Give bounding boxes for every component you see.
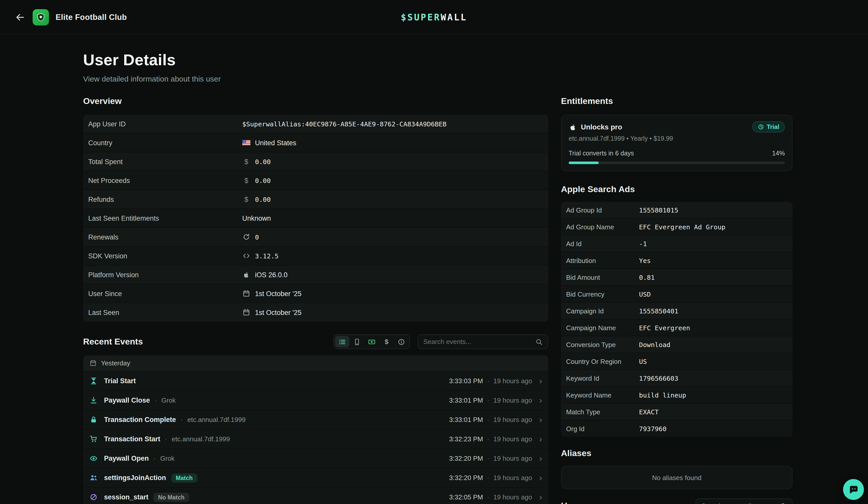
chevron-right-icon: ›	[539, 454, 542, 463]
event-row-transaction-complete[interactable]: Transaction Complete etc.annual.7df.1999…	[83, 410, 548, 429]
event-row-session-start-custom[interactable]: session_start No Match 3:32:05 PM 19 hou…	[83, 488, 548, 504]
overview-heading: Overview	[83, 96, 548, 106]
chevron-right-icon: ›	[539, 415, 542, 424]
support-chat-button[interactable]	[843, 479, 864, 500]
overview-row-sdk-version: SDK Version 3.12.5	[83, 246, 548, 265]
event-row-paywall-open[interactable]: Paywall Open Grok 3:32:20 PM 19 hours ag…	[83, 449, 548, 468]
row-label: SDK Version	[88, 252, 242, 260]
row-value: iOS 26.0.0	[255, 271, 288, 279]
events-search-input[interactable]	[423, 338, 536, 346]
row-value: Unknown	[242, 214, 271, 222]
asa-row: Org Id 7937960	[561, 420, 793, 437]
filter-device-button[interactable]	[350, 336, 364, 348]
chevron-right-icon: ›	[539, 396, 542, 405]
users-icon	[90, 474, 99, 482]
chevron-right-icon: ›	[539, 435, 542, 443]
event-filter-segmented-control: $	[333, 334, 410, 349]
row-label: Net Proceeds	[88, 177, 242, 184]
overview-row-last-seen: Last Seen 1st October '25	[83, 303, 548, 322]
entitlement-detail: etc.annual.7df.1999 • Yearly • $19.99	[569, 135, 785, 142]
cart-icon	[90, 435, 99, 443]
slash-circle-icon	[90, 493, 99, 501]
row-value: 1st October '25	[255, 290, 301, 297]
chevron-right-icon: ›	[539, 473, 542, 482]
dollar-icon: $	[385, 338, 388, 346]
event-row-settings-join-action[interactable]: settingsJoinAction Match 3:32:20 PM 19 h…	[83, 468, 548, 487]
dollar-icon: $	[242, 196, 250, 203]
refresh-icon	[242, 233, 250, 241]
search-icon	[536, 338, 542, 345]
overview-row-country: Country	[83, 134, 548, 152]
asa-row: Campaign Id 1555850401	[561, 303, 793, 319]
trial-converts-label: Trial converts in 6 days	[569, 150, 634, 157]
main-content: User Details View detailed information a…	[0, 35, 868, 504]
code-icon	[242, 252, 250, 259]
row-label: Last Seen	[88, 308, 242, 316]
event-row-transaction-start[interactable]: Transaction Start etc.annual.7df.1999 3:…	[83, 430, 548, 449]
aliases-heading: Aliases	[561, 449, 793, 459]
overview-row-net-proceeds: Net Proceeds $ 0.00	[83, 171, 548, 190]
cash-icon	[368, 338, 375, 345]
entitlement-card: Unlocks pro Trial etc.annual.7df.1999 • …	[561, 115, 793, 171]
asa-row: Bid Amount 0.81	[561, 269, 793, 285]
filter-dollar-button[interactable]: $	[380, 336, 394, 348]
chevron-right-icon: ›	[539, 493, 542, 502]
asa-row: Conversion Type Download	[561, 336, 793, 353]
recent-events-heading: Recent Events	[83, 337, 143, 347]
asa-row: Keyword Name build lineup	[561, 387, 793, 403]
dollar-icon: $	[242, 158, 250, 165]
apple-search-ads-heading: Apple Search Ads	[561, 185, 793, 195]
event-row-paywall-close[interactable]: Paywall Close Grok 3:33:01 PM 19 hours a…	[83, 391, 548, 410]
overview-table: App User ID $SuperwallAlias:40EC9876-A85…	[83, 115, 548, 322]
trial-progress-bar	[569, 161, 785, 164]
filter-list-button[interactable]	[335, 336, 349, 348]
trial-progress-fill	[569, 161, 599, 164]
back-button[interactable]	[13, 10, 27, 24]
row-value: 0.00	[255, 177, 271, 184]
user-attributes-search-input[interactable]	[701, 502, 780, 504]
match-badge: Match	[171, 473, 197, 482]
overview-row-user-since: User Since 1st October '25	[83, 284, 548, 303]
asa-row: Ad Id -1	[561, 235, 793, 252]
events-group-label: Yesterday	[101, 359, 130, 367]
asa-row: Match Type EXACT	[561, 403, 793, 420]
entitlement-name: Unlocks pro	[581, 123, 622, 131]
row-value: 0.00	[255, 158, 271, 165]
events-table: Yesterday Trial Start 3:33:03 PM 19 hour…	[83, 355, 548, 504]
row-value: 0.00	[255, 196, 271, 203]
filter-cash-button[interactable]	[365, 336, 379, 348]
overview-row-app-user-id: App User ID $SuperwallAlias:40EC9876-A85…	[83, 115, 548, 133]
events-search	[418, 334, 548, 349]
row-value: 0	[255, 233, 259, 241]
superwall-logo: $SUPERWALL	[401, 12, 467, 22]
asa-row: Keyword Id 1796566603	[561, 370, 793, 386]
page-title: User Details	[83, 51, 793, 69]
overview-row-platform-version: Platform Version iOS 26.0.0	[83, 265, 548, 284]
row-value: 3.12.5	[255, 252, 278, 260]
hourglass-icon	[90, 377, 99, 385]
calendar-icon	[242, 309, 250, 316]
asa-row: Attribution Yes	[561, 252, 793, 269]
topbar: Elite Football Club $SUPERWALL	[0, 0, 868, 35]
event-row-trial-start[interactable]: Trial Start 3:33:03 PM 19 hours ago ›	[83, 371, 548, 390]
dollar-icon: $	[242, 177, 250, 184]
row-label: Last Seen Entitlements	[88, 214, 242, 222]
trial-percent: 14%	[772, 150, 785, 157]
search-icon	[780, 502, 787, 504]
calendar-icon	[90, 360, 96, 366]
entitlements-heading: Entitlements	[561, 96, 793, 106]
row-label: Country	[88, 139, 242, 147]
eye-icon	[90, 454, 99, 462]
app-window: Elite Football Club $SUPERWALL User Deta…	[0, 0, 868, 504]
overview-row-refunds: Refunds $ 0.00	[83, 190, 548, 208]
row-label: Total Spent	[88, 158, 242, 165]
filter-info-button[interactable]	[394, 336, 409, 348]
chat-bubble-icon	[848, 484, 859, 495]
asa-row: Ad Group Id 1555801015	[561, 202, 793, 218]
paywall-close-icon	[90, 397, 99, 404]
row-label: Refunds	[88, 196, 242, 203]
row-label: Platform Version	[88, 271, 242, 279]
overview-row-last-seen-entitlements: Last Seen Entitlements Unknown	[83, 209, 548, 227]
club-logo-icon	[33, 9, 49, 25]
overview-row-renewals: Renewals 0	[83, 228, 548, 246]
